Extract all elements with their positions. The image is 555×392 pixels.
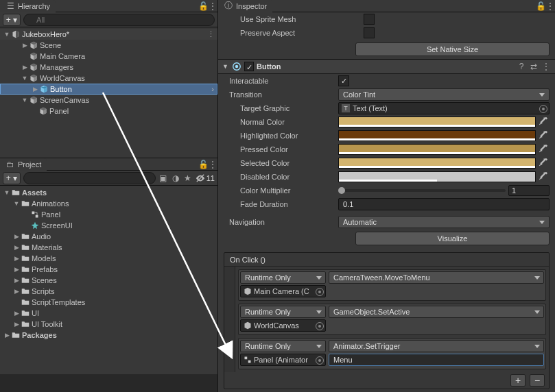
expand-icon[interactable]: ▼: [222, 63, 229, 70]
use-sprite-mesh-row: Use Sprite Mesh: [218, 12, 555, 26]
reorder-handle-column[interactable]: [224, 267, 235, 372]
expand-icon[interactable]: ▼: [21, 97, 29, 103]
project-item[interactable]: ▶Materials: [0, 242, 217, 253]
filter-icon-2[interactable]: ◑: [171, 173, 180, 183]
target-graphic-field[interactable]: TText (Text): [338, 102, 550, 114]
eyedropper-icon[interactable]: [539, 158, 550, 169]
expand-icon[interactable]: ▶: [12, 255, 21, 262]
transition-dropdown[interactable]: Color Tint: [338, 88, 550, 101]
project-item[interactable]: ▶Audio: [0, 231, 217, 242]
fade-duration-field[interactable]: 0.1: [338, 198, 550, 210]
favorite-icon[interactable]: ★: [183, 173, 193, 183]
remove-event-button[interactable]: −: [530, 374, 545, 387]
expand-icon[interactable]: ▶: [12, 321, 21, 328]
object-picker-icon[interactable]: [316, 356, 324, 365]
project-item[interactable]: ▶Scenes: [0, 275, 217, 286]
selected-color-field[interactable]: [338, 158, 536, 169]
eyedropper-icon[interactable]: [539, 117, 550, 127]
lock-icon[interactable]: 🔓: [198, 160, 208, 169]
project-search-input[interactable]: [23, 172, 156, 184]
expand-icon[interactable]: ▶: [12, 277, 21, 284]
hierarchy-search-input[interactable]: [23, 14, 215, 26]
help-icon[interactable]: ?: [517, 62, 526, 71]
more-icon[interactable]: ⋮: [545, 1, 555, 11]
project-tab[interactable]: 🗀 Project: [0, 158, 47, 171]
lock-icon[interactable]: 🔓: [198, 1, 208, 11]
project-item[interactable]: ▶Prefabs: [0, 264, 217, 275]
project-create-button[interactable]: + ▾: [3, 172, 21, 184]
create-button[interactable]: + ▾: [3, 14, 21, 26]
hierarchy-item[interactable]: ▼WorldCanvas: [0, 73, 217, 84]
eyedropper-icon[interactable]: [539, 171, 550, 182]
object-picker-icon[interactable]: [316, 288, 324, 296]
button-component-header[interactable]: ▼ Button ? ⇄ ⋮: [218, 59, 555, 74]
callstate-dropdown[interactable]: Runtime Only: [240, 340, 326, 352]
project-item[interactable]: ▶Scripts: [0, 286, 217, 297]
event-target-field[interactable]: Panel (Animator: [240, 354, 326, 366]
event-argument-field[interactable]: Menu: [329, 354, 544, 366]
use-sprite-mesh-checkbox[interactable]: [364, 14, 375, 25]
function-dropdown[interactable]: Animator.SetTrigger: [329, 340, 544, 352]
object-picker-icon[interactable]: [316, 322, 324, 330]
inspector-tab[interactable]: ⓘ Inspector: [218, 0, 272, 12]
expand-icon[interactable]: ▶: [31, 86, 39, 93]
interactable-checkbox[interactable]: [338, 75, 349, 86]
more-icon[interactable]: ⋮: [208, 1, 217, 11]
expand-icon[interactable]: ▶: [12, 233, 21, 240]
assets-folder[interactable]: ▼ Assets: [0, 187, 217, 198]
eyedropper-icon[interactable]: [539, 144, 550, 155]
expand-icon[interactable]: ▶: [21, 64, 29, 71]
scene-more-icon[interactable]: ⋮: [207, 30, 215, 39]
color-multiplier-value[interactable]: 1: [508, 185, 550, 196]
normal-color-field[interactable]: [338, 117, 536, 127]
preserve-aspect-checkbox[interactable]: [364, 27, 375, 38]
expand-icon[interactable]: ▶: [12, 288, 21, 295]
more-icon[interactable]: ⋮: [541, 62, 551, 71]
project-item[interactable]: Panel: [0, 209, 217, 220]
object-picker-icon[interactable]: [539, 105, 547, 113]
event-target-field[interactable]: Main Camera (C: [240, 285, 326, 297]
scene-row[interactable]: ▼ JukeboxHero* ⋮: [0, 29, 217, 40]
disabled-color-field[interactable]: [338, 171, 536, 182]
project-item[interactable]: ▶UI: [0, 308, 217, 319]
filter-icon[interactable]: ▣: [158, 173, 168, 183]
add-event-button[interactable]: +: [510, 374, 526, 387]
set-native-size-button[interactable]: Set Native Size: [355, 42, 550, 56]
preset-icon[interactable]: ⇄: [529, 62, 539, 71]
button-enabled-checkbox[interactable]: [244, 62, 254, 71]
hierarchy-tab[interactable]: ☰ Hierarchy: [0, 0, 56, 12]
lock-icon[interactable]: 🔓: [536, 1, 545, 11]
more-icon[interactable]: ⋮: [208, 160, 217, 169]
project-item[interactable]: ▶UI Toolkit: [0, 319, 217, 330]
expand-icon[interactable]: ▶: [12, 266, 21, 273]
expand-icon[interactable]: ▶: [21, 42, 29, 49]
highlighted-color-field[interactable]: [338, 130, 536, 141]
callstate-dropdown[interactable]: Runtime Only: [240, 271, 326, 284]
expand-icon[interactable]: ▶: [12, 310, 21, 317]
hierarchy-item[interactable]: ▶Button›: [0, 84, 217, 95]
hidden-count[interactable]: 11: [196, 173, 215, 183]
project-item[interactable]: ScreenUI: [0, 220, 217, 231]
function-dropdown[interactable]: CameraTween.MoveToMenu: [329, 271, 544, 284]
expand-icon[interactable]: ▼: [12, 200, 21, 207]
callstate-dropdown[interactable]: Runtime Only: [240, 306, 326, 318]
project-item[interactable]: ScriptTemplates: [0, 297, 217, 308]
visualize-button[interactable]: Visualize: [355, 232, 550, 245]
chevron-right-icon[interactable]: ›: [211, 85, 214, 93]
hierarchy-item[interactable]: Panel: [0, 106, 217, 117]
color-multiplier-slider[interactable]: [338, 189, 506, 192]
project-item[interactable]: ▶Models: [0, 253, 217, 264]
hierarchy-item[interactable]: Main Camera: [0, 51, 217, 62]
navigation-dropdown[interactable]: Automatic: [338, 216, 550, 228]
pressed-color-field[interactable]: [338, 144, 536, 155]
hierarchy-item[interactable]: ▶Managers: [0, 62, 217, 73]
packages-folder[interactable]: ▶ Packages: [0, 330, 217, 341]
project-item[interactable]: ▼Animations: [0, 198, 217, 209]
hierarchy-item[interactable]: ▼ScreenCanvas: [0, 95, 217, 106]
function-dropdown[interactable]: GameObject.SetActive: [329, 306, 544, 318]
event-target-field[interactable]: WorldCanvas: [240, 319, 326, 332]
expand-icon[interactable]: ▶: [12, 244, 21, 251]
expand-icon[interactable]: ▼: [21, 75, 29, 82]
eyedropper-icon[interactable]: [539, 130, 550, 141]
hierarchy-item[interactable]: ▶Scene: [0, 40, 217, 51]
